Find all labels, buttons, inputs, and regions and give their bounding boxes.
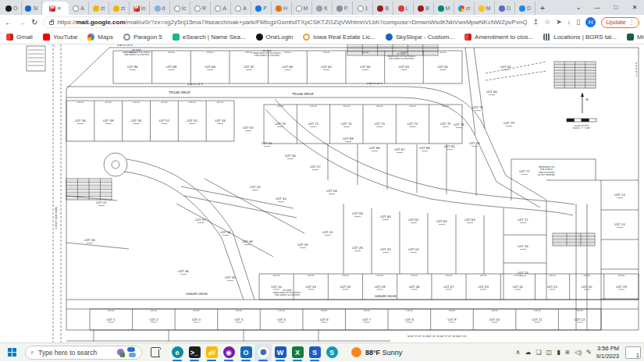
browser-tab[interactable]: zt — [89, 2, 109, 15]
browser-tab[interactable]: M — [292, 2, 312, 15]
tab-search-chevron-icon[interactable]: ⌄ — [569, 0, 588, 15]
bookmark-label: Paragon 5 — [133, 34, 162, 41]
onedrive-icon[interactable]: ☁ — [525, 350, 531, 356]
tray-chevron-icon[interactable]: ∧ — [516, 350, 521, 356]
browser-tab[interactable]: ✕ — [42, 2, 69, 15]
tray-window-icon[interactable]: ❏ — [535, 350, 541, 356]
bookmark-item[interactable]: OneLogin — [256, 34, 294, 41]
forward-button[interactable]: → — [18, 19, 26, 27]
browser-tab[interactable]: D — [515, 2, 535, 15]
new-tab-button[interactable]: + — [535, 3, 550, 12]
back-button[interactable]: ← — [5, 19, 12, 27]
svg-text:GINGER DRIVE: GINGER DRIVE — [186, 292, 208, 296]
task-view-button[interactable] — [147, 344, 164, 361]
task-view-icon — [151, 347, 161, 357]
browser-tab[interactable]: P. — [333, 2, 353, 15]
bookmark-item[interactable]: Paragon 5 — [123, 34, 162, 41]
browser-tab[interactable]: A — [69, 2, 89, 15]
lock-icon[interactable] — [49, 21, 54, 25]
bookmark-item[interactable]: SkySlope - Custom... — [386, 34, 454, 41]
bookmark-item[interactable]: MidWestOne — [627, 34, 644, 41]
wifi-icon[interactable]: ≋ — [565, 350, 571, 356]
desktop: OSi✕AztztIndIcRAAPHMKP.1BLBMziMDD + ⌄ — … — [0, 0, 644, 362]
bookmark-item[interactable]: Gmail — [6, 34, 33, 41]
battery-icon[interactable]: ▮ — [557, 350, 560, 356]
svg-text:LOT 27: LOT 27 — [443, 285, 454, 289]
bookmark-star-icon[interactable]: ☆ — [544, 19, 550, 26]
browser-tab[interactable]: B — [414, 2, 434, 15]
bookmark-item[interactable]: Iowa Real Estate Lic... — [303, 34, 375, 41]
pen-icon[interactable]: ✎ — [586, 350, 592, 356]
tab-favicon-icon — [113, 5, 119, 12]
svg-text:LOT 60: LOT 60 — [380, 215, 391, 218]
update-menu-icon[interactable]: ⋮ — [628, 19, 635, 26]
browser-tab[interactable]: M — [434, 2, 454, 15]
svg-text:125.00': 125.00' — [277, 105, 284, 108]
taskbar-app-outlook[interactable]: O — [237, 344, 254, 361]
tab-title: K — [324, 5, 328, 11]
browser-tab[interactable]: Ic — [170, 2, 190, 15]
taskbar-app-excel[interactable]: X — [289, 344, 306, 361]
taskbar-app-app-purple[interactable]: ◉ — [220, 344, 237, 361]
browser-tab[interactable]: M — [475, 2, 495, 15]
browser-tab[interactable]: d — [150, 2, 170, 15]
close-button[interactable]: ✕ — [625, 0, 644, 15]
browser-tab[interactable]: K — [312, 2, 333, 15]
browser-tab[interactable]: zi — [454, 2, 475, 15]
taskbar-app-terminal[interactable]: >_ — [186, 344, 203, 361]
svg-text:LOT 16: LOT 16 — [518, 244, 528, 248]
browser-tab[interactable]: 1 — [353, 2, 373, 15]
bookmark-item[interactable]: Locations | BGRS tal... — [543, 34, 617, 41]
update-button[interactable]: Update⋮ — [601, 17, 639, 28]
search-highlight-image[interactable] — [116, 346, 137, 359]
tab-title: B — [425, 5, 429, 11]
browser-tab[interactable]: In — [130, 2, 150, 15]
taskbar-app-app-teal[interactable]: S — [323, 344, 340, 361]
start-button[interactable] — [3, 344, 20, 361]
browser-tab[interactable]: P — [251, 2, 272, 15]
bookmark-item[interactable]: Amendment to clos... — [464, 34, 533, 41]
bookmark-item[interactable]: YouTube — [43, 34, 77, 41]
taskbar-app-file-explorer[interactable]: 📁 — [203, 344, 220, 361]
svg-text:125.00': 125.00' — [236, 310, 243, 312]
maximize-button[interactable]: □ — [607, 0, 625, 15]
browser-tab[interactable]: R — [190, 2, 211, 15]
weather-widget[interactable]: 88°F Sunny — [351, 347, 402, 357]
browser-tab[interactable]: B — [373, 2, 393, 15]
downloads-icon[interactable]: ↓ — [568, 19, 571, 26]
taskbar-app-chrome[interactable] — [254, 344, 272, 361]
reload-button[interactable]: ↻ — [31, 19, 37, 27]
plat-map-viewer[interactable]: LOT 90125.00'LOT 89125.00'LOT 88125.00'L… — [0, 44, 644, 342]
volume-icon[interactable]: ◁) — [575, 350, 582, 356]
taskbar-app-app-blue[interactable]: S — [306, 344, 323, 361]
side-panel-icon[interactable]: ▯ — [576, 19, 580, 26]
svg-text:125.00': 125.00' — [245, 51, 252, 54]
tab-title: B — [385, 5, 389, 11]
browser-tab[interactable]: L — [393, 2, 414, 15]
browser-tab[interactable]: A — [211, 2, 231, 15]
browser-tab[interactable]: A — [231, 2, 251, 15]
bookmark-item[interactable]: Maps — [87, 34, 113, 41]
browser-tab[interactable]: D — [495, 2, 515, 15]
browser-tab[interactable]: H — [272, 2, 292, 15]
profile-avatar[interactable]: H — [585, 17, 596, 27]
taskbar-clock[interactable]: 3:56 PM 9/1/2023 — [596, 345, 619, 360]
browser-tab[interactable]: O — [2, 2, 22, 15]
url-input[interactable]: https://mail.google.com/mail/u/0/?zx=xg2… — [43, 16, 527, 28]
taskbar-app-word[interactable]: W — [272, 344, 289, 361]
extensions-pin-icon[interactable]: ➤ — [556, 19, 562, 26]
tab-close-icon[interactable]: ✕ — [57, 5, 62, 11]
minimize-button[interactable]: — — [588, 0, 607, 15]
tray-display-icon[interactable]: ◫ — [546, 350, 553, 356]
bookmark-item[interactable]: eSearch | Name Sea... — [173, 34, 246, 41]
taskbar-app-edge[interactable]: e — [169, 344, 186, 361]
file-explorer-icon: 📁 — [206, 346, 218, 358]
svg-text:125.00': 125.00' — [376, 275, 383, 277]
svg-text:125.00': 125.00' — [534, 310, 541, 312]
notification-center-icon[interactable]: 1 — [625, 346, 641, 359]
taskbar-search-input[interactable]: ⌕ Type here to search — [25, 346, 142, 360]
browser-tab[interactable]: Si — [22, 2, 42, 15]
share-icon[interactable]: ↥ — [533, 19, 539, 26]
browser-tab[interactable]: zt — [109, 2, 130, 15]
svg-text:LOT 83: LOT 83 — [399, 65, 410, 69]
